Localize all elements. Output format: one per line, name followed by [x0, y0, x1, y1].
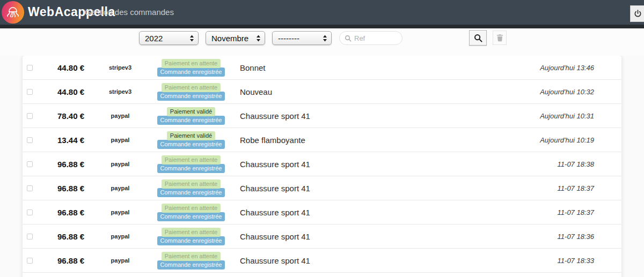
row-checkbox[interactable]	[27, 161, 33, 167]
status-badges: Paiement en attente Commande enregistrée	[156, 59, 226, 77]
search-button[interactable]	[469, 30, 487, 46]
payment-provider: paypal	[84, 209, 156, 215]
search-icon	[474, 34, 482, 42]
payment-provider: paypal	[84, 137, 156, 143]
row-checkbox[interactable]	[27, 185, 33, 191]
power-icon	[633, 9, 642, 18]
order-price: 96.88 €	[39, 184, 84, 193]
checkbox-cell	[23, 185, 39, 191]
webacappella-logo	[2, 1, 24, 24]
status-badges: Paiement en attente Commande enregistrée	[156, 83, 226, 101]
order-price: 78.40 €	[39, 111, 84, 121]
payment-status-badge: Paiement en attente	[162, 228, 221, 237]
checkbox-cell	[23, 234, 39, 239]
year-select[interactable]: 2022	[139, 31, 199, 45]
row-checkbox[interactable]	[27, 137, 33, 143]
delete-button[interactable]	[493, 31, 507, 45]
search-ref-field	[339, 31, 402, 45]
payment-provider: paypal	[84, 161, 156, 167]
row-checkbox[interactable]	[27, 89, 33, 95]
status-badges: Paiement validé Commande enregistrée	[156, 107, 226, 125]
product-name: Chaussure sport 41	[240, 111, 498, 121]
payment-status-badge: Paiement en attente	[162, 179, 221, 189]
status-badges: Paiement validé Commande enregistrée	[156, 131, 226, 149]
product-name: Chaussure sport 41	[240, 208, 498, 217]
product-name: Chaussure sport 41	[240, 184, 498, 193]
order-status-badge: Commande enregistrée	[157, 188, 225, 197]
order-row[interactable]: 96.88 € paypal Paiement en attente Comma…	[23, 249, 621, 273]
product-name: Chaussure sport 41	[240, 160, 498, 169]
order-date: 11-07 18:36	[498, 233, 621, 241]
status-badges: Paiement en attente Commande enregistrée	[156, 228, 226, 245]
month-select-value: Novembre	[211, 34, 248, 43]
product-name: Nouveau	[240, 87, 498, 96]
select-arrows-icon	[189, 35, 194, 42]
order-status-badge: Commande enregistrée	[157, 236, 225, 245]
category-select[interactable]: --------	[272, 31, 332, 45]
checkbox-cell	[23, 113, 39, 119]
order-row[interactable]: 44.80 € stripev3 Paiement en attente Com…	[23, 80, 621, 104]
order-date: 11-07 18:37	[498, 208, 621, 216]
payment-provider: paypal	[84, 185, 156, 191]
product-name: Bonnet	[240, 63, 498, 72]
row-checkbox[interactable]	[27, 209, 33, 215]
order-row[interactable]: 96.88 € paypal Paiement en attente Comma…	[23, 224, 621, 249]
status-badges: Paiement en attente Commande enregistrée	[156, 252, 226, 269]
order-date: 11-07 18:33	[498, 257, 621, 265]
checkbox-cell	[23, 258, 39, 264]
status-badges: Paiement en attente Commande enregistrée	[156, 204, 226, 221]
order-status-badge: Commande enregistrée	[157, 164, 225, 173]
select-arrows-icon	[256, 35, 261, 42]
logout-button[interactable]	[630, 5, 644, 22]
page-title: Gestion des commandes	[85, 8, 174, 17]
product-name: Chaussure sport 41	[240, 256, 498, 265]
order-status-badge: Commande enregistrée	[157, 68, 225, 77]
order-row[interactable]: 96.88 € paypal Paiement en attente Comma…	[23, 200, 621, 224]
order-price: 96.88 €	[39, 160, 84, 169]
payment-provider: stripev3	[84, 88, 156, 95]
payment-status-badge: Paiement validé	[167, 107, 215, 116]
order-status-badge: Commande enregistrée	[157, 116, 225, 125]
order-price: 96.88 €	[39, 208, 84, 217]
order-date: Aujourd'hui 13:46	[498, 64, 621, 72]
payment-status-badge: Paiement en attente	[162, 204, 221, 213]
order-date: Aujourd'hui 10:31	[498, 112, 621, 120]
checkbox-cell	[23, 209, 39, 215]
status-badges: Paiement en attente Commande enregistrée	[156, 179, 226, 197]
row-checkbox[interactable]	[27, 234, 33, 239]
year-select-value: 2022	[145, 34, 163, 43]
checkbox-cell	[23, 89, 39, 95]
order-date: Aujourd'hui 10:32	[498, 88, 621, 96]
order-row[interactable]: 96.88 € paypal Paiement en attente Comma…	[23, 176, 621, 200]
payment-provider: paypal	[84, 233, 156, 239]
header-shadow-strip	[0, 25, 644, 28]
orders-table: 44.80 € stripev3 Paiement en attente Com…	[23, 56, 621, 277]
payment-provider: stripev3	[84, 64, 156, 71]
payment-provider: paypal	[84, 113, 156, 119]
category-select-value: --------	[278, 34, 299, 43]
trash-icon	[496, 34, 504, 42]
order-row[interactable]: 13.44 € paypal Paiement validé Commande …	[23, 128, 621, 152]
order-row[interactable]: 44.80 € stripev3 Paiement en attente Com…	[23, 56, 621, 80]
row-checkbox[interactable]	[27, 258, 33, 264]
row-checkbox[interactable]	[27, 65, 33, 71]
payment-status-badge: Paiement validé	[167, 131, 215, 140]
filter-bar: 2022 Novembre --------	[0, 28, 644, 56]
partial-row	[23, 273, 621, 277]
order-row[interactable]: 78.40 € paypal Paiement validé Commande …	[23, 104, 621, 128]
order-price: 44.80 €	[39, 87, 84, 96]
order-date: 11-07 18:38	[498, 160, 621, 168]
month-select[interactable]: Novembre	[206, 31, 265, 45]
order-status-badge: Commande enregistrée	[157, 212, 225, 221]
row-checkbox[interactable]	[27, 113, 33, 119]
order-row[interactable]: 96.88 € paypal Paiement en attente Comma…	[23, 152, 621, 176]
search-icon	[345, 35, 352, 42]
product-name: Chaussure sport 41	[240, 232, 498, 241]
search-input[interactable]	[354, 34, 397, 42]
order-price: 13.44 €	[39, 136, 84, 145]
checkbox-cell	[23, 161, 39, 167]
payment-status-badge: Paiement en attente	[162, 155, 221, 164]
order-price: 44.80 €	[39, 63, 84, 72]
payment-status-badge: Paiement en attente	[162, 252, 221, 261]
checkbox-cell	[23, 137, 39, 143]
